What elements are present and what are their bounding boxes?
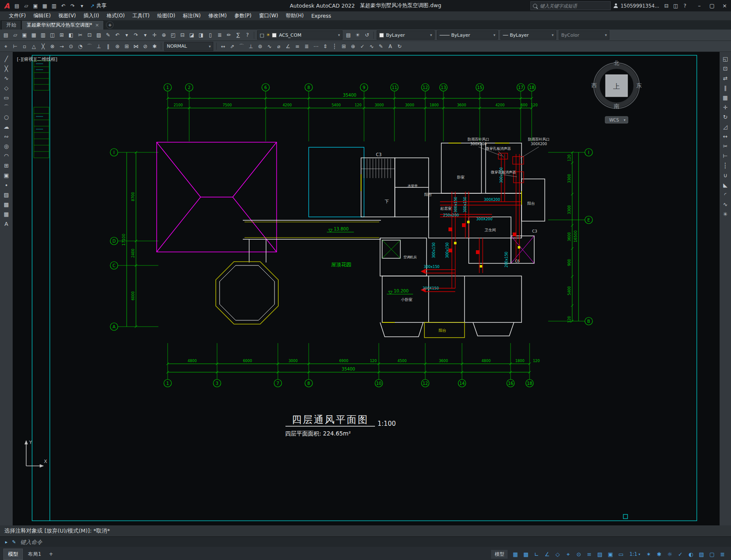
explode-icon[interactable]: ✳ bbox=[720, 209, 731, 219]
lineweight-display-icon[interactable]: ≡ bbox=[584, 549, 594, 559]
dim-update-icon[interactable]: ↻ bbox=[395, 42, 404, 51]
layer-combo[interactable]: □ ☀ ACS_COM ▾ bbox=[257, 30, 342, 40]
model-space-toggle[interactable]: 模型 bbox=[491, 550, 508, 559]
object-snap-tracking-icon[interactable]: ⌖ bbox=[563, 549, 573, 559]
dim-break-icon[interactable]: ┆ bbox=[330, 42, 339, 51]
model-tab[interactable]: 模型 bbox=[3, 549, 23, 560]
mirror-icon[interactable]: ⇄ bbox=[720, 73, 731, 83]
line-tool-icon[interactable]: ╱ bbox=[1, 54, 11, 63]
revision-cloud-icon[interactable]: ☁ bbox=[1, 122, 11, 131]
gradient-icon[interactable]: ▩ bbox=[1, 200, 11, 209]
dim-radius-icon[interactable]: ⊚ bbox=[255, 42, 265, 51]
redo-icon[interactable]: ↷ bbox=[131, 31, 141, 39]
autocad-logo-icon[interactable]: A bbox=[2, 1, 12, 11]
snap-perpendicular-icon[interactable]: ⊥ bbox=[94, 42, 103, 51]
snap-apparent-icon[interactable]: ⊗ bbox=[48, 42, 57, 51]
dim-aligned-icon[interactable]: ⇗ bbox=[228, 42, 237, 51]
ellipse-icon[interactable]: ◎ bbox=[1, 141, 11, 151]
maximize-button[interactable]: ▢ bbox=[706, 0, 718, 11]
etransmit-icon[interactable]: ◧ bbox=[66, 31, 76, 39]
plot-preview-icon[interactable]: ◫ bbox=[48, 31, 57, 39]
command-pencil-icon[interactable]: ✎ bbox=[10, 538, 18, 546]
menu-item[interactable]: 帮助(H) bbox=[282, 12, 307, 20]
dim-jogged-icon[interactable]: ∿ bbox=[265, 42, 274, 51]
layer-properties-icon[interactable]: ▤ bbox=[344, 31, 353, 39]
dim-edit-icon[interactable]: ✎ bbox=[376, 42, 386, 51]
dim-space-icon[interactable]: ⇕ bbox=[321, 42, 330, 51]
snap-midpoint-icon[interactable]: △ bbox=[29, 42, 38, 51]
color-combo[interactable]: ByLayer ▾ bbox=[377, 30, 435, 40]
snap-extension-icon[interactable]: → bbox=[57, 42, 66, 51]
menu-item[interactable]: 绘图(D) bbox=[153, 12, 179, 20]
copy-icon[interactable]: ⊡ bbox=[720, 64, 731, 73]
properties-icon[interactable]: ◪ bbox=[187, 31, 196, 39]
dim-ordinate-icon[interactable]: ⊥ bbox=[246, 42, 255, 51]
menu-item[interactable]: 视图(V) bbox=[54, 12, 80, 20]
workspace-switching-icon[interactable]: ☼ bbox=[665, 549, 675, 559]
compass-south-label[interactable]: 南 bbox=[614, 103, 620, 109]
snap-center-icon[interactable]: ⊙ bbox=[66, 42, 76, 51]
help-icon[interactable]: ? bbox=[243, 31, 252, 39]
paste-icon[interactable]: ▨ bbox=[94, 31, 103, 39]
dim-continue-icon[interactable]: ⋯ bbox=[311, 42, 321, 51]
plot-icon[interactable]: ▥ bbox=[49, 2, 59, 10]
menu-item[interactable]: 插入(I) bbox=[80, 12, 103, 20]
compass-north-label[interactable]: 北 bbox=[614, 60, 620, 66]
qnew-icon[interactable]: ▤ bbox=[1, 31, 11, 39]
lineweight-combo[interactable]: ── ByLayer ▾ bbox=[500, 30, 556, 40]
viewcube[interactable]: 上 北 南 西 东 bbox=[592, 60, 642, 109]
redo-icon[interactable]: ↷ bbox=[68, 2, 77, 10]
plot-icon[interactable]: ▥ bbox=[38, 31, 48, 39]
new-layout-button[interactable]: + bbox=[46, 549, 56, 559]
tolerance-icon[interactable]: ⊞ bbox=[339, 42, 348, 51]
qat-menu-caret-icon[interactable]: ▾ bbox=[77, 2, 87, 10]
offset-icon[interactable]: ∥ bbox=[720, 83, 731, 92]
quickcalc-icon[interactable]: ∑ bbox=[234, 31, 243, 39]
layer-previous-icon[interactable]: ↺ bbox=[362, 31, 372, 39]
linetype-combo[interactable]: ──── ByLayer ▾ bbox=[437, 30, 498, 40]
polyline-icon[interactable]: ∿ bbox=[1, 73, 11, 83]
new-tab-button[interactable]: + bbox=[106, 21, 114, 29]
pan-icon[interactable]: ✛ bbox=[150, 31, 159, 39]
save-icon[interactable]: ▣ bbox=[31, 2, 40, 10]
array-icon[interactable]: ▦ bbox=[720, 93, 731, 102]
open-icon[interactable]: ▱ bbox=[11, 31, 20, 39]
search-input[interactable] bbox=[539, 3, 608, 9]
rotate-icon[interactable]: ↻ bbox=[720, 112, 731, 122]
erase-icon[interactable]: ◱ bbox=[720, 54, 731, 63]
undo-caret-icon[interactable]: ▾ bbox=[122, 31, 131, 39]
dim-diameter-icon[interactable]: ⌀ bbox=[274, 42, 283, 51]
isolate-objects-icon[interactable]: ◐ bbox=[686, 549, 696, 559]
join-icon[interactable]: ∪ bbox=[720, 170, 731, 180]
cart-icon[interactable]: ⊟ bbox=[662, 2, 671, 10]
snap-intersection-icon[interactable]: ╳ bbox=[38, 42, 48, 51]
stretch-icon[interactable]: ↔ bbox=[720, 132, 731, 141]
transparency-icon[interactable]: ▨ bbox=[595, 549, 605, 559]
create-block-icon[interactable]: ▣ bbox=[1, 170, 11, 180]
match-properties-icon[interactable]: ✎ bbox=[103, 31, 113, 39]
menu-item[interactable]: Express bbox=[307, 13, 335, 19]
drawing-viewport[interactable]: [-][俯视][二维线框] 12689111213151718354002100… bbox=[13, 52, 720, 525]
undo-icon[interactable]: ↶ bbox=[59, 2, 68, 10]
menu-item[interactable]: 标注(N) bbox=[179, 12, 204, 20]
polar-tracking-icon[interactable]: ∠ bbox=[542, 549, 552, 559]
menu-item[interactable]: 工具(T) bbox=[129, 12, 154, 20]
construction-line-icon[interactable]: ╳ bbox=[1, 64, 11, 73]
point-icon[interactable]: ∙ bbox=[1, 180, 11, 189]
compass-east-label[interactable]: 东 bbox=[636, 82, 642, 89]
zoom-realtime-icon[interactable]: ⊕ bbox=[159, 31, 168, 39]
save-all-icon[interactable]: ▦ bbox=[40, 2, 49, 10]
dim-text-edit-icon[interactable]: A bbox=[386, 42, 395, 51]
move-icon[interactable]: ✛ bbox=[720, 103, 731, 112]
tool-palettes-icon[interactable]: ▯ bbox=[206, 31, 215, 39]
extend-icon[interactable]: ⊢ bbox=[720, 151, 731, 160]
temporary-track-icon[interactable]: ⌖ bbox=[1, 42, 11, 51]
undo-icon[interactable]: ↶ bbox=[113, 31, 122, 39]
polygon-icon[interactable]: ◇ bbox=[1, 83, 11, 92]
menu-item[interactable]: 参数(P) bbox=[231, 12, 255, 20]
tab-start[interactable]: 开始 bbox=[1, 20, 21, 30]
drawing-canvas[interactable]: [-][俯视][二维线框] 12689111213151718354002100… bbox=[13, 52, 720, 525]
dim-jogged-linear-icon[interactable]: ∿ bbox=[367, 42, 376, 51]
redo-caret-icon[interactable]: ▾ bbox=[141, 31, 150, 39]
layer-states-icon[interactable]: ☀ bbox=[353, 31, 362, 39]
